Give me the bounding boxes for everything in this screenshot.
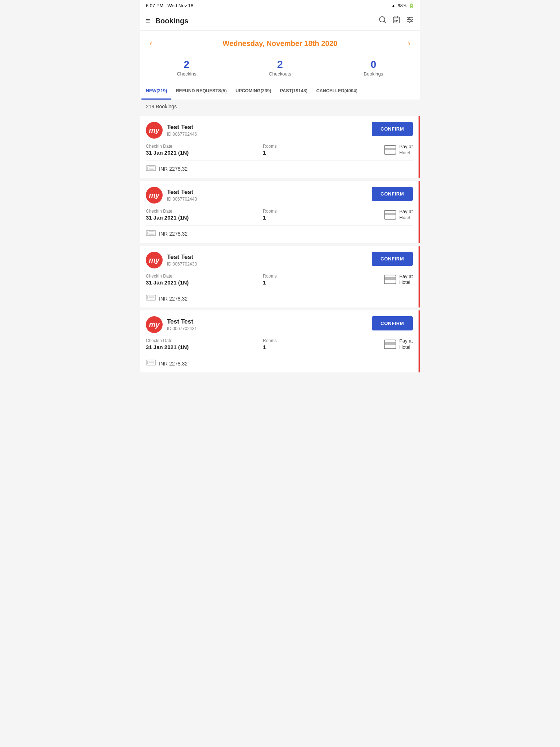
card-footer-2: INR 2278.32	[146, 225, 413, 238]
user-booking-id-3: ID 0067702433	[167, 262, 197, 267]
amount-1: INR 2278.32	[159, 166, 188, 172]
user-avatar-3: my	[146, 252, 163, 268]
navbar-actions	[378, 16, 414, 26]
card-details-2: CheckIn Date 31 Jan 2021 (1N) Rooms 1 Pa…	[146, 209, 413, 221]
confirm-button-4[interactable]: CONFIRM	[372, 316, 413, 330]
svg-point-16	[409, 21, 410, 23]
time-display: 6:07 PM	[146, 3, 163, 8]
card-details-4: CheckIn Date 31 Jan 2021 (1N) Rooms 1 Pa…	[146, 338, 413, 351]
rooms-label-2: Rooms	[263, 209, 380, 214]
user-avatar-2: my	[146, 187, 163, 204]
stat-number-2: 0	[327, 59, 420, 70]
filter-icon[interactable]	[406, 16, 414, 26]
confirm-button-3[interactable]: CONFIRM	[372, 252, 413, 266]
stat-item-checkins: 2 Checkins	[140, 59, 233, 77]
pay-at-hotel-2: Pay atHotel	[380, 209, 413, 221]
user-name-4: Test Test	[167, 318, 197, 325]
booking-card-4: my Test Test ID 0067702431 CONFIRM Check…	[140, 310, 420, 372]
card-footer-3: INR 2278.32	[146, 290, 413, 302]
booking-card-1: my Test Test ID 0067702446 CONFIRM Check…	[140, 116, 420, 178]
pay-label-1: Pay atHotel	[399, 144, 413, 156]
checkin-date-4: 31 Jan 2021 (1N)	[146, 344, 263, 350]
card-details-3: CheckIn Date 31 Jan 2021 (1N) Rooms 1 Pa…	[146, 274, 413, 286]
stat-label-2: Bookings	[364, 71, 383, 77]
stat-number-1: 2	[233, 59, 326, 70]
amount-3: INR 2278.32	[159, 296, 188, 302]
tab-refund[interactable]: REFUND REQUESTS(5)	[171, 83, 231, 100]
pay-at-hotel-3: Pay atHotel	[380, 274, 413, 286]
avatar-logo-2: my	[149, 191, 160, 199]
avatar-logo-1: my	[149, 127, 160, 134]
user-info-2: my Test Test ID 0067702443	[146, 187, 197, 204]
checkin-date-2: 31 Jan 2021 (1N)	[146, 214, 263, 221]
checkin-label-4: CheckIn Date	[146, 338, 263, 343]
money-icon-2	[146, 230, 156, 238]
wifi-icon: ▲	[391, 3, 396, 8]
card-details-1: CheckIn Date 31 Jan 2021 (1N) Rooms 1 Pa…	[146, 144, 413, 156]
payment-icon-4	[384, 340, 396, 349]
money-icon-4	[146, 360, 156, 367]
rooms-value-1: 1	[263, 150, 380, 156]
pay-label-4: Pay atHotel	[399, 338, 413, 351]
avatar-logo-4: my	[149, 321, 160, 328]
svg-point-14	[408, 17, 410, 19]
tab-upcoming[interactable]: UPCOMING(239)	[231, 83, 276, 100]
search-icon[interactable]	[378, 16, 386, 26]
user-name-3: Test Test	[167, 253, 197, 261]
card-header-3: my Test Test ID 0067702433 CONFIRM	[146, 252, 413, 268]
rooms-label-1: Rooms	[263, 144, 380, 149]
amount-4: INR 2278.32	[159, 361, 188, 367]
status-bar: 6:07 PM Wed Nov 18 ▲ 98% 🔋	[140, 0, 420, 11]
tab-cancelled[interactable]: CANCELLED(4004)	[312, 83, 362, 100]
rooms-value-3: 1	[263, 279, 380, 286]
status-icons: ▲ 98% 🔋	[391, 3, 414, 8]
stat-item-bookings: 0 Bookings	[327, 59, 420, 77]
date-navigation: ‹ Wednesday, November 18th 2020 ›	[140, 31, 420, 55]
booking-card-2: my Test Test ID 0067702443 CONFIRM Check…	[140, 181, 420, 243]
hamburger-menu-icon[interactable]: ≡	[146, 17, 150, 25]
avatar-logo-3: my	[149, 256, 160, 264]
stat-item-checkouts: 2 Checkouts	[233, 59, 327, 77]
next-date-button[interactable]: ›	[404, 37, 414, 50]
card-footer-4: INR 2278.32	[146, 355, 413, 367]
money-icon-1	[146, 165, 156, 173]
user-name-2: Test Test	[167, 189, 197, 196]
page-title: Bookings	[155, 17, 188, 25]
card-footer-1: INR 2278.32	[146, 160, 413, 173]
tabs-container: NEW(219)REFUND REQUESTS(5)UPCOMING(239)P…	[140, 83, 420, 100]
checkin-date-1: 31 Jan 2021 (1N)	[146, 150, 263, 156]
user-info-4: my Test Test ID 0067702431	[146, 316, 197, 333]
pay-label-2: Pay atHotel	[399, 209, 413, 221]
money-icon-3	[146, 295, 156, 302]
booking-card-3: my Test Test ID 0067702433 CONFIRM Check…	[140, 246, 420, 308]
user-booking-id-4: ID 0067702431	[167, 326, 197, 331]
user-avatar-4: my	[146, 316, 163, 333]
svg-rect-23	[147, 232, 148, 235]
rooms-label-4: Rooms	[263, 338, 380, 343]
calendar-icon[interactable]	[392, 16, 400, 26]
svg-line-1	[384, 21, 385, 23]
svg-rect-28	[147, 296, 148, 299]
card-header-2: my Test Test ID 0067702443 CONFIRM	[146, 187, 413, 204]
payment-icon-3	[384, 275, 396, 284]
confirm-button-2[interactable]: CONFIRM	[372, 187, 413, 201]
stat-number-0: 2	[140, 59, 233, 70]
tab-new[interactable]: NEW(219)	[141, 83, 171, 100]
date-display: Wed Nov 18	[167, 3, 193, 8]
current-date: Wednesday, November 18th 2020	[223, 39, 338, 48]
prev-date-button[interactable]: ‹	[146, 37, 156, 50]
tab-past[interactable]: PAST(19148)	[276, 83, 312, 100]
user-info-1: my Test Test ID 0067702446	[146, 122, 197, 139]
rooms-label-3: Rooms	[263, 274, 380, 279]
checkin-label-2: CheckIn Date	[146, 209, 263, 214]
amount-2: INR 2278.32	[159, 231, 188, 237]
card-header-4: my Test Test ID 0067702431 CONFIRM	[146, 316, 413, 333]
user-booking-id-1: ID 0067702446	[167, 132, 197, 137]
checkin-date-3: 31 Jan 2021 (1N)	[146, 279, 263, 286]
card-header-1: my Test Test ID 0067702446 CONFIRM	[146, 122, 413, 139]
confirm-button-1[interactable]: CONFIRM	[372, 122, 413, 136]
checkin-label-3: CheckIn Date	[146, 274, 263, 279]
user-avatar-1: my	[146, 122, 163, 139]
svg-rect-33	[147, 361, 148, 364]
payment-icon-2	[384, 210, 396, 220]
